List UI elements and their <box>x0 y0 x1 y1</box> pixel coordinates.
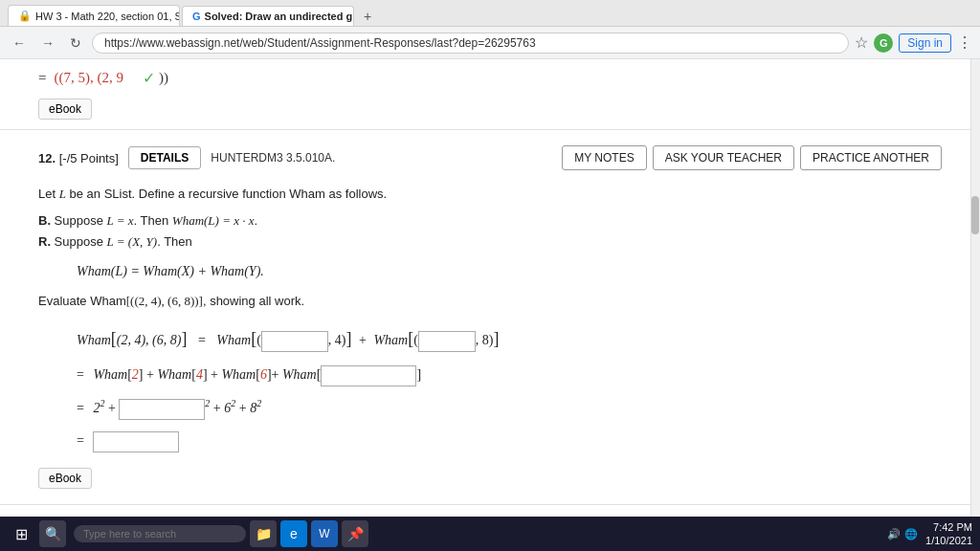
problem-12-work4: = <box>77 428 942 454</box>
problem-12-number: 12. [-/5 Points] <box>38 151 119 165</box>
input-work2[interactable] <box>321 365 416 386</box>
equation-value: ((7, 5), (2, 9 <box>54 70 122 86</box>
bookmark-icon[interactable]: ☆ <box>855 33 868 52</box>
ebook-button-12[interactable]: eBook <box>38 468 92 489</box>
scrollbar[interactable] <box>970 59 980 517</box>
practice-another-button-12[interactable]: PRACTICE ANOTHER <box>800 145 942 170</box>
forward-button[interactable]: → <box>36 33 59 53</box>
profile-icon[interactable]: G <box>874 33 893 53</box>
problem-12-evaluate: Evaluate Wham[((2, 4), (6, 8))], showing… <box>38 291 942 312</box>
new-tab-button[interactable]: + <box>356 7 379 26</box>
menu-icon[interactable]: ⋮ <box>957 33 972 52</box>
input-work4[interactable] <box>93 431 179 452</box>
address-input[interactable]: https://www.webassign.net/web/Student/As… <box>92 33 849 54</box>
top-section: = ((7, 5), (2, 9 ✓ )) eBook <box>0 59 980 130</box>
problem-12-work1: Wham[(2, 4), (6, 8)] = Wham[(, 4)] + Wha… <box>77 321 942 356</box>
problem-13-section: 13. [-/3 Points] DETAILS HUNTERDM3 3.5.0… <box>0 505 980 517</box>
problem-12-id: HUNTERDM3 3.5.010A. <box>211 151 335 165</box>
tab-hw3[interactable]: 🔒 HW 3 - Math 220, section 01, S... ✕ <box>8 5 180 26</box>
back-button[interactable]: ← <box>8 33 31 53</box>
equation-display: = ((7, 5), (2, 9 ✓ )) <box>38 69 942 87</box>
my-notes-button-12[interactable]: MY NOTES <box>562 145 646 170</box>
input-work1-1[interactable] <box>261 331 328 352</box>
input-work1-2[interactable] <box>418 331 476 352</box>
reload-button[interactable]: ↻ <box>65 33 86 53</box>
scrollbar-thumb[interactable] <box>971 196 979 234</box>
page-content: = ((7, 5), (2, 9 ✓ )) eBook 12. [-/5 Poi… <box>0 59 980 517</box>
input-work3[interactable] <box>119 399 205 420</box>
problem-12-section: 12. [-/5 Points] DETAILS HUNTERDM3 3.5.0… <box>0 130 980 505</box>
address-bar-row: ← → ↻ https://www.webassign.net/web/Stud… <box>0 27 980 59</box>
tab-solved[interactable]: G Solved: Draw an undirected gra... ✕ <box>182 6 354 26</box>
problem-12-work3: = 22 + 2 + 62 + 82 <box>77 394 942 422</box>
ebook-area-12: eBook <box>38 464 942 489</box>
problem-12-r: R. Suppose L = (X, Y). Then <box>38 231 942 253</box>
details-button-12[interactable]: DETAILS <box>128 146 201 169</box>
tab-bar: 🔒 HW 3 - Math 220, section 01, S... ✕ G … <box>0 0 980 27</box>
ebook-button-top[interactable]: eBook <box>38 99 92 120</box>
problem-12-actions: MY NOTES ASK YOUR TEACHER PRACTICE ANOTH… <box>562 145 942 170</box>
ask-teacher-button-12[interactable]: ASK YOUR TEACHER <box>653 145 794 170</box>
problem-12-work2: = Wham[2] + Wham[4] + Wham[6]+ Wham[] <box>77 362 942 388</box>
check-icon: ✓ <box>143 69 155 87</box>
problem-12-whamxy: Wham(L) = Wham(X) + Wham(Y). <box>77 258 942 285</box>
problem-12-body: Let L be an SList. Define a recursive fu… <box>38 184 942 489</box>
problem-12-b: B. Suppose L = x. Then Wham(L) = x · x. <box>38 210 942 231</box>
problem-12-desc: Let L be an SList. Define a recursive fu… <box>38 184 942 205</box>
problem-12-header: 12. [-/5 Points] DETAILS HUNTERDM3 3.5.0… <box>38 145 942 170</box>
sign-in-button[interactable]: Sign in <box>899 33 951 53</box>
